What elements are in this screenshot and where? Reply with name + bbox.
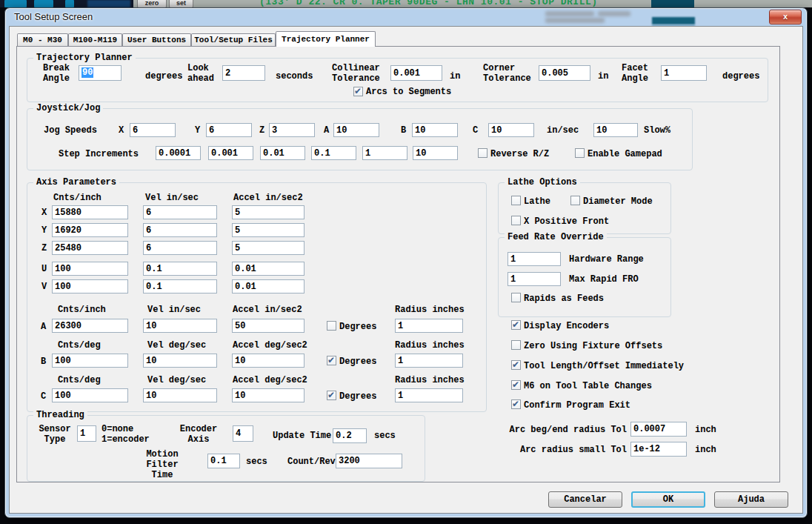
b-radius-field[interactable] [395,354,463,368]
tab-m0-m30[interactable]: M0 - M30 [17,33,68,46]
look-ahead-unit: seconds [276,71,313,82]
x-vel-field[interactable] [143,205,217,219]
sensor-type-field[interactable] [77,425,96,442]
confirm-program-exit-checkbox[interactable] [511,399,521,409]
zero-fixture-offsets-checkbox[interactable] [511,340,521,350]
arc-radius-small-tol-field[interactable] [630,442,687,457]
z-accel-field[interactable] [232,241,304,255]
rapids-as-feeds-checkbox[interactable] [511,293,521,302]
v-cnts-field[interactable] [52,279,128,293]
m6-tool-table-checkbox[interactable] [511,380,521,390]
collinear-tolerance-label: Collinear Tolerance [332,63,380,84]
b-radius-header: Radius inches [395,340,465,351]
v-accel-field[interactable] [232,279,304,293]
jog-speed-x-field[interactable] [130,123,176,137]
a-degrees-checkbox[interactable] [327,321,336,331]
lathe-checkbox[interactable] [511,196,521,205]
z-vel-field[interactable] [143,241,217,255]
display-encoders-checkbox[interactable] [511,320,521,330]
c-cnts-header: Cnts/deg [58,375,101,385]
help-button[interactable]: Ajuda [714,491,788,508]
b-vel-header: Vel deg/sec [147,340,206,351]
u-vel-field[interactable] [143,262,217,276]
v-vel-field[interactable] [143,279,217,293]
arcs-to-segments-label: Arcs to Segments [366,87,451,97]
c-degrees-checkbox[interactable] [327,391,336,400]
x-accel-field[interactable] [232,205,304,219]
tab-trajectory-planner[interactable]: Trajectory Planner [276,31,376,47]
y-accel-field[interactable] [232,223,304,237]
tab-m100-m119[interactable]: M100-M119 [68,33,122,46]
motion-filter-time-unit: secs [246,457,267,467]
tab-tool-setup-files[interactable]: Tool/Setup Files [191,33,276,46]
a-accel-header: Accel in/sec2 [233,305,302,315]
arc-beg-end-tol-label: Arc beg/end radius Tol [495,425,627,435]
a-cnts-field[interactable] [52,319,128,333]
jog-speed-a-field[interactable] [333,123,379,137]
axis-label-u: U [41,264,47,274]
look-ahead-field[interactable] [222,65,265,81]
max-rapid-fro-field[interactable] [508,272,561,286]
step-increment-5-field[interactable] [362,146,407,160]
c-radius-header: Radius inches [395,375,465,385]
slow-percent-field[interactable] [593,123,638,137]
x-positive-front-checkbox[interactable] [511,216,521,225]
c-cnts-field[interactable] [52,388,128,402]
z-cnts-field[interactable] [52,241,128,255]
b-accel-field[interactable] [232,354,304,368]
corner-tolerance-field[interactable] [539,65,590,81]
a-vel-field[interactable] [143,319,217,333]
arc-beg-end-tol-field[interactable] [630,422,687,437]
axis-label-b: B [41,356,46,367]
selected-value: 90 [81,67,93,78]
ok-button[interactable]: OK [631,491,705,508]
b-cnts-field[interactable] [52,354,128,368]
count-rev-field[interactable] [336,454,402,468]
diameter-mode-checkbox[interactable] [570,196,580,205]
c-accel-header: Accel deg/sec2 [233,375,307,385]
a-cnts-header: Cnts/inch [58,305,106,315]
step-increment-2-field[interactable] [208,146,253,160]
break-angle-field[interactable]: 90 [79,65,122,81]
step-increment-3-field[interactable] [260,146,305,160]
collinear-tolerance-field[interactable] [390,65,442,81]
step-increments-label: Step Increments [59,149,139,159]
step-increment-1-field[interactable] [156,146,201,160]
y-vel-field[interactable] [143,223,217,237]
group-caption: Axis Parameters [33,177,119,188]
group-caption: Joystick/Jog [33,103,103,113]
hardware-range-label: Hardware Range [569,254,644,265]
facet-angle-field[interactable] [661,65,707,81]
b-vel-field[interactable] [143,354,217,368]
c-radius-field[interactable] [395,388,463,402]
arcs-to-segments-checkbox[interactable] [353,87,363,96]
a-radius-field[interactable] [395,319,463,333]
reverse-rz-checkbox[interactable] [478,148,487,158]
cancel-button[interactable]: Cancelar [548,491,622,508]
jog-speed-z-field[interactable] [269,123,315,137]
x-cnts-field[interactable] [52,205,128,219]
c-vel-field[interactable] [143,388,217,402]
c-accel-field[interactable] [232,388,304,402]
tab-user-buttons[interactable]: User Buttons [122,33,191,46]
update-time-field[interactable] [333,428,367,443]
group-caption: Threading [33,410,87,420]
encoder-axis-field[interactable] [233,425,253,442]
step-increment-4-field[interactable] [311,146,356,160]
u-accel-field[interactable] [232,262,304,276]
enable-gamepad-checkbox[interactable] [575,148,585,158]
accel-header: Accel in/sec2 [233,193,303,203]
tool-length-offset-checkbox[interactable] [511,360,521,370]
reverse-rz-label: Reverse R/Z [490,149,549,159]
jog-speed-y-field[interactable] [206,123,252,137]
jog-speed-c-field[interactable] [488,123,534,137]
jog-speed-b-field[interactable] [412,123,458,137]
a-accel-field[interactable] [232,319,304,333]
motion-filter-time-field[interactable] [207,454,240,468]
hardware-range-field[interactable] [508,252,561,266]
break-angle-unit: degrees [145,71,182,82]
b-degrees-checkbox[interactable] [327,356,336,365]
y-cnts-field[interactable] [52,223,128,237]
u-cnts-field[interactable] [52,262,128,276]
step-increment-6-field[interactable] [413,146,458,160]
